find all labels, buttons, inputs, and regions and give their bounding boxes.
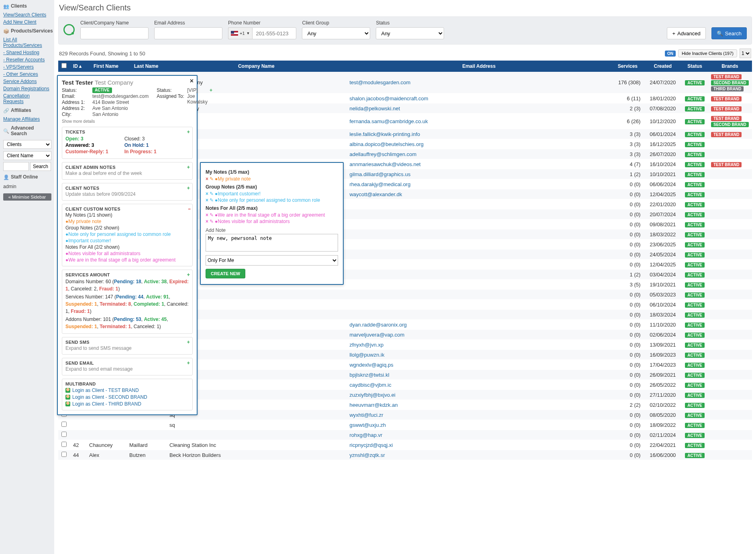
th-services[interactable]: Services — [611, 61, 644, 72]
filter-select-group[interactable]: Any — [302, 27, 370, 39]
plus-icon[interactable]: + — [187, 339, 190, 345]
email-link[interactable]: yznshl@zqtk.sr — [349, 452, 385, 458]
email-link[interactable]: nelida@pelkowski.net — [349, 106, 400, 112]
create-note-button[interactable]: CREATE NEW — [206, 269, 245, 278]
minimise-sidebar-button[interactable]: « Minimise Sidebar — [3, 193, 51, 201]
edit-icon[interactable] — [210, 197, 214, 203]
row-checkbox[interactable] — [61, 442, 67, 447]
email-link[interactable]: dyan.radde@saronix.org — [349, 322, 407, 328]
cell-email: llolg@puwzn.ik — [346, 350, 611, 360]
table-row[interactable]: rohxg@hap.vr0 (0)02/11/2024ACTIVE — [58, 430, 752, 440]
filter-input-name[interactable] — [80, 27, 149, 39]
email-link[interactable]: llolg@puwzn.ik — [349, 352, 384, 358]
email-link[interactable]: waycott@alexander.dk — [349, 191, 402, 197]
email-link[interactable]: albina.dopico@beutelschies.org — [349, 141, 423, 147]
edit-icon[interactable] — [210, 176, 214, 182]
cell-created: 02/11/2024 — [644, 430, 682, 440]
th-created[interactable]: Created — [644, 61, 682, 72]
row-checkbox[interactable] — [61, 432, 67, 437]
toggle-on-badge[interactable]: ON — [665, 51, 676, 57]
filter-select-status[interactable]: Any — [376, 27, 444, 39]
adv-search-type-select[interactable]: Clients — [3, 140, 51, 149]
phone-country-selector[interactable]: +1 ▼ — [228, 27, 252, 39]
email-link[interactable]: wgndexlv@agiq.ps — [349, 362, 393, 368]
email-link[interactable]: annmariesawchuk@videos.net — [349, 161, 420, 167]
table-row[interactable]: sqgswwt@uxju.zh0 (0)18/09/2022ACTIVE — [58, 420, 752, 430]
email-link[interactable]: test@modulesgarden.com — [349, 79, 410, 85]
email-link[interactable]: heeuvmarr@kdzk.an — [349, 402, 397, 408]
filter-input-phone[interactable] — [252, 27, 296, 39]
th-email[interactable]: Email Address — [346, 61, 611, 72]
delete-icon[interactable]: × — [206, 197, 208, 203]
email-link[interactable]: leslie.fallick@kwik-printing.info — [349, 131, 420, 137]
sidebar-link-cancel-req[interactable]: Cancellation Requests — [0, 92, 54, 105]
email-link[interactable]: ricpnycjzd@qsqj.xi — [349, 442, 393, 448]
th-company[interactable]: Company Name — [166, 61, 346, 72]
page-select[interactable]: 1 — [740, 49, 751, 58]
th-id[interactable]: ID ▴ — [70, 61, 86, 72]
login-as-link[interactable]: Login as Client - THIRD BRAND — [65, 401, 189, 407]
login-as-link[interactable]: Login as Client - TEST BRAND — [65, 388, 189, 393]
select-all-checkbox[interactable] — [61, 63, 67, 68]
row-checkbox[interactable] — [61, 422, 67, 427]
delete-icon[interactable]: × — [206, 212, 208, 218]
sidebar-link-domain-reg[interactable]: Domain Registrations — [0, 85, 54, 92]
email-link[interactable]: zuzxiyfbhj@bxjvo.ei — [349, 392, 395, 398]
email-link[interactable]: zfnyxh@jvn.xp — [349, 342, 383, 348]
login-as-link[interactable]: Login as Client - SECOND BRAND — [65, 394, 189, 400]
show-more-link[interactable]: Show more details — [62, 119, 193, 124]
adv-search-button[interactable]: Search — [30, 162, 51, 171]
row-checkbox[interactable] — [61, 452, 67, 457]
note-visibility-select[interactable]: Only For Me — [206, 255, 338, 266]
sidebar-link-add-client[interactable]: Add New Client — [0, 18, 54, 26]
plus-icon[interactable]: + — [187, 272, 190, 278]
th-last[interactable]: Last Name — [126, 61, 166, 72]
email-link[interactable]: adellauffrey@schlimgen.com — [349, 151, 416, 157]
sidebar-link-shared-hosting[interactable]: - Shared Hosting — [0, 49, 54, 56]
sidebar-link-view-search[interactable]: View/Search Clients — [0, 11, 54, 18]
th-brands[interactable]: Brands — [708, 61, 752, 72]
edit-icon[interactable] — [210, 191, 214, 197]
advanced-filter-button[interactable]: +Advanced — [667, 27, 705, 39]
plus-icon[interactable]: + — [210, 87, 212, 93]
plus-icon[interactable]: + — [187, 129, 190, 135]
email-link[interactable]: bpjlsknz@twtsi.kl — [349, 372, 389, 378]
add-note-textarea[interactable] — [206, 234, 338, 252]
edit-icon[interactable] — [210, 212, 214, 218]
hide-inactive-button[interactable]: Hide Inactive Clients (197) — [678, 49, 737, 57]
sidebar-link-addons[interactable]: Service Addons — [0, 78, 54, 85]
edit-icon[interactable] — [210, 219, 214, 224]
plus-icon[interactable]: + — [187, 185, 190, 191]
cell-email: adellauffrey@schlimgen.com — [346, 149, 611, 159]
plus-icon[interactable]: + — [187, 360, 190, 366]
table-row[interactable]: 42ChaunceyMaillardCleaning Station Incri… — [58, 440, 752, 450]
th-status[interactable]: Status — [682, 61, 708, 72]
adv-search-input[interactable] — [3, 162, 29, 171]
email-link[interactable]: gswwt@uxju.zh — [349, 422, 386, 428]
email-link[interactable]: shalon.jacobos@maidencraft.com — [349, 95, 428, 101]
search-button[interactable]: 🔍Search — [711, 27, 747, 39]
sidebar-link-manage-affiliates[interactable]: Manage Affiliates — [0, 116, 54, 123]
table-row[interactable]: 44AlexButzenBeck Horizon Buildersyznshl@… — [58, 450, 752, 460]
close-icon[interactable]: × — [190, 77, 194, 85]
plus-icon[interactable]: + — [187, 164, 190, 170]
sidebar-link-other-services[interactable]: - Other Services — [0, 71, 54, 78]
sidebar-link-vps[interactable]: - VPS/Servers — [0, 63, 54, 71]
email-link[interactable]: wyxhti@fuci.zr — [349, 412, 383, 418]
sidebar-link-list-products[interactable]: List All Products/Services — [0, 36, 54, 49]
email-link[interactable]: caydbisc@vjbm.ic — [349, 382, 391, 388]
email-link[interactable]: gilma.dilliard@graphics.us — [349, 171, 410, 177]
sidebar-link-reseller[interactable]: - Reseller Accounts — [0, 56, 54, 63]
email-link[interactable]: marveljuvera@vap.com — [349, 332, 404, 338]
th-first[interactable]: First Name — [86, 61, 126, 72]
email-link[interactable]: fernanda.samu@cambridge.co.uk — [349, 118, 428, 124]
delete-icon[interactable]: × — [206, 191, 208, 197]
adv-search-field-select[interactable]: Client Name — [3, 151, 51, 160]
admin-note-text: Make a deal before end of the week — [65, 170, 189, 176]
email-link[interactable]: rhea.darakjy@medical.org — [349, 181, 410, 187]
delete-icon[interactable]: × — [206, 176, 208, 182]
filter-input-email[interactable] — [154, 27, 222, 39]
email-link[interactable]: rohxg@hap.vr — [349, 432, 382, 438]
delete-icon[interactable]: × — [206, 219, 208, 224]
collapse-icon[interactable]: -- — [188, 206, 190, 212]
